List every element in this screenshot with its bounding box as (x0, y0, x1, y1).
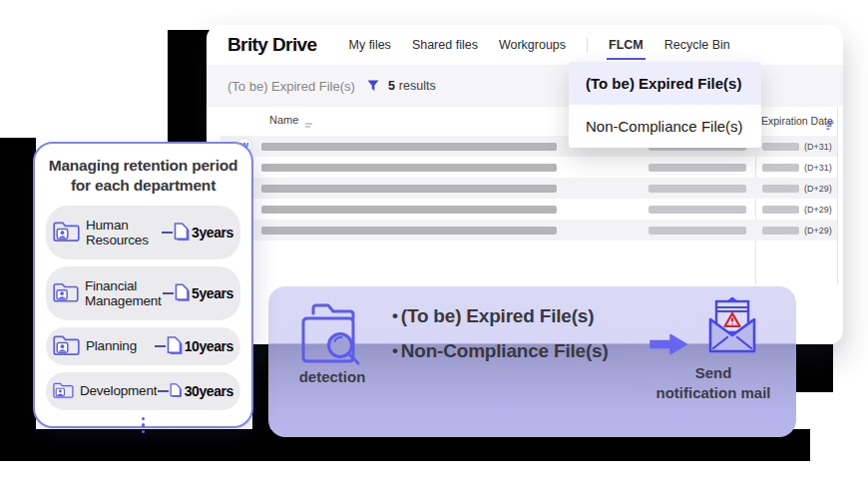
document-icon (167, 336, 183, 355)
expiration-value: (D+29) (804, 226, 832, 236)
table-right-divider (837, 107, 838, 284)
table-row[interactable]: P (D+31) (220, 157, 837, 178)
owner-placeholder (649, 185, 746, 193)
page: Brity Drive My files Shared files Workgr… (0, 0, 868, 488)
retention-years: 5years (192, 285, 233, 301)
app-logo: Brity Drive (227, 34, 317, 56)
retention-years: 30years (185, 383, 233, 399)
results-word: results (399, 79, 436, 93)
document-icon (170, 381, 182, 400)
app-header: Brity Drive My files Shared files Workgr… (207, 25, 843, 65)
file-name-placeholder (261, 143, 557, 151)
menu-item-non-compliance-files[interactable]: Non-Compliance File(s) (569, 105, 761, 148)
send-notification-label: Send notification mail (634, 363, 793, 404)
shadow-block-window-left (168, 30, 210, 148)
folder-search-icon (298, 297, 368, 367)
connector-dash (158, 390, 169, 392)
retention-years: 10years (185, 338, 233, 354)
department-list: Human Resources 3years Financial Managem… (35, 197, 251, 434)
nav-flcm-label: FLCM (609, 38, 644, 52)
connector-dash (162, 232, 173, 234)
bullet-dot: • (392, 306, 398, 326)
column-header-expiration[interactable]: Expiration Date (761, 115, 833, 127)
retention-years: 3years (192, 225, 233, 241)
nav-shared-files[interactable]: Shared files (412, 38, 478, 52)
bullet-dot: • (392, 341, 398, 361)
filter-funnel-icon[interactable] (367, 80, 379, 92)
card-title: Managing retention period for each depar… (35, 156, 251, 197)
date-placeholder (762, 227, 799, 235)
main-nav: My files Shared files Workgroups FLCM Re… (349, 38, 730, 52)
department-item-planning: Planning 10years (46, 327, 240, 365)
nav-flcm[interactable]: FLCM (609, 38, 644, 52)
active-tab-underline (607, 58, 646, 61)
results-count: 5 (388, 79, 395, 93)
send-label-line2: notification mail (634, 383, 793, 403)
expiration-value: (D+29) (804, 205, 832, 215)
retention-period-card: Managing retention period for each depar… (33, 142, 253, 428)
envelope-warning-icon (699, 290, 765, 362)
folder-person-icon (53, 221, 80, 244)
file-name-placeholder (261, 164, 557, 172)
more-items-ellipsis (46, 417, 240, 434)
detection-bullets: • (To be) Expired File(s) • Non-Complian… (392, 298, 609, 368)
department-label: Human Resources (86, 218, 161, 247)
file-table: W (D+31) P (D+31) X (D+29) (220, 136, 837, 241)
send-label-line1: Send (634, 363, 793, 383)
shadow-block-window-bottom-right (796, 344, 833, 392)
detection-label: detection (284, 368, 380, 385)
expiration-value: (D+29) (804, 184, 832, 194)
bullet-expired-files: • (To be) Expired File(s) (392, 298, 609, 333)
folder-person-icon (53, 334, 80, 357)
file-name-placeholder (261, 227, 557, 235)
folder-person-icon (53, 379, 74, 402)
owner-placeholder (649, 164, 746, 172)
document-icon (174, 223, 190, 242)
nav-workgroups[interactable]: Workgroups (499, 38, 566, 52)
shadow-block-card-left (0, 138, 36, 455)
file-name-placeholder (261, 185, 557, 193)
card-title-line1: Managing retention period (35, 156, 251, 176)
card-title-line2: for each department (35, 176, 251, 196)
department-item-development: Development 30years (46, 372, 240, 410)
nav-recycle-bin[interactable]: Recycle Bin (664, 38, 730, 52)
flcm-flow-banner: detection • (To be) Expired File(s) • No… (268, 286, 796, 437)
date-placeholder (762, 143, 799, 151)
bullet-text: Non-Compliance File(s) (401, 340, 609, 362)
department-label: Financial Management (85, 278, 162, 308)
table-row[interactable]: X (D+29) (220, 199, 837, 220)
connector-dash (163, 292, 174, 294)
department-label: Planning (86, 338, 154, 353)
date-placeholder (762, 206, 799, 214)
department-item-human-resources: Human Resources 3years (46, 206, 240, 259)
menu-item-expired-files[interactable]: (To be) Expired File(s) (569, 62, 761, 105)
expiration-sort-icon[interactable] (826, 117, 834, 135)
name-sort-icon[interactable] (304, 117, 314, 135)
column-header-name[interactable]: Name (269, 114, 298, 126)
flow-arrow-icon (650, 333, 687, 355)
department-item-financial-management: Financial Management 5years (46, 266, 240, 320)
filter-label: (To be) Expired File(s) (227, 79, 355, 94)
document-icon (175, 283, 190, 302)
bullet-text: (To be) Expired File(s) (401, 305, 595, 327)
nav-divider (587, 38, 588, 52)
date-placeholder (762, 164, 799, 172)
date-placeholder (762, 185, 799, 193)
table-row[interactable]: X (D+29) (220, 178, 837, 199)
file-name-placeholder (261, 206, 557, 214)
department-label: Development (80, 383, 157, 398)
owner-placeholder (649, 227, 746, 235)
folder-person-icon (53, 281, 79, 304)
nav-my-files[interactable]: My files (349, 38, 391, 52)
connector-dash (155, 345, 166, 347)
expiration-value: (D+31) (804, 163, 832, 173)
flcm-dropdown-menu: (To be) Expired File(s) Non-Compliance F… (569, 62, 761, 148)
expiration-value: (D+31) (804, 142, 832, 152)
bullet-non-compliance-files: • Non-Compliance File(s) (392, 333, 609, 368)
owner-placeholder (649, 206, 746, 214)
table-row[interactable]: (D+29) (220, 220, 837, 241)
